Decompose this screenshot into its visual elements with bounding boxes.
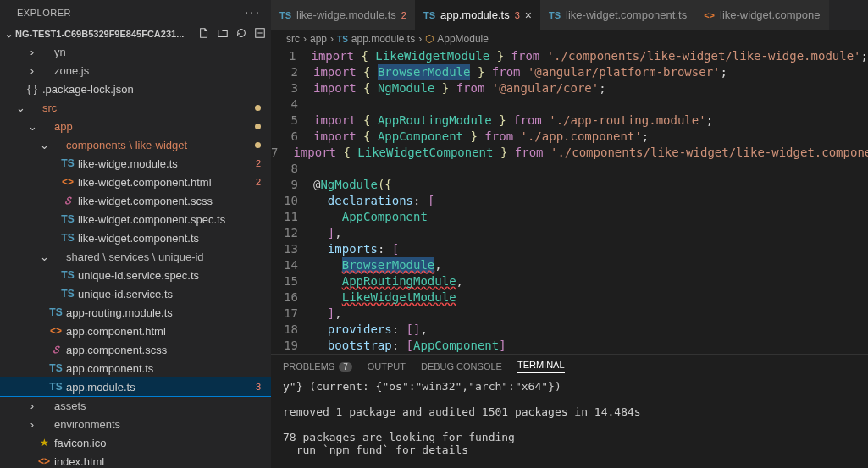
file-icon: 𝓢 xyxy=(49,344,63,355)
tree-row[interactable]: TSapp-routing.module.ts xyxy=(0,303,271,322)
tree-row[interactable]: TSunique-id.service.spec.ts xyxy=(0,266,271,284)
refresh-icon[interactable] xyxy=(235,27,247,41)
crumb-segment[interactable]: AppModule xyxy=(437,33,489,45)
modified-dot xyxy=(255,124,261,129)
problems-badge: 7 xyxy=(339,362,352,372)
tree-row[interactable]: ›environments xyxy=(0,415,271,433)
bottom-panel: PROBLEMS7OUTPUTDEBUG CONSOLETERMINAL y"}… xyxy=(271,354,868,468)
tree-row[interactable]: ★favicon.ico xyxy=(0,433,271,452)
code-line[interactable]: 15 AppRoutingModule, xyxy=(271,273,868,289)
tree-row[interactable]: ⌄shared \ services \ unique-id xyxy=(0,247,271,266)
tree-label: like-widget.component.html xyxy=(78,176,252,189)
line-number: 11 xyxy=(271,209,313,225)
tab-label: like-widget.compone xyxy=(720,8,821,21)
explorer-more-icon[interactable]: ··· xyxy=(245,5,261,20)
breadcrumb[interactable]: src›app›TSapp.module.ts›⬡AppModule xyxy=(271,30,868,48)
code-line[interactable]: 11 AppComponent xyxy=(271,209,868,225)
line-number: 18 xyxy=(271,322,313,338)
line-number: 8 xyxy=(271,161,313,177)
code-editor[interactable]: 1import { LikeWidgetModule } from './com… xyxy=(271,48,868,354)
panel-tab[interactable]: PROBLEMS7 xyxy=(283,360,352,373)
crumb-segment[interactable]: src xyxy=(286,33,300,45)
tree-row[interactable]: TSunique-id.service.ts xyxy=(0,284,271,303)
new-file-icon[interactable] xyxy=(198,27,210,41)
code-line[interactable]: 19 bootstrap: [AppComponent] xyxy=(271,338,868,354)
tree-row[interactable]: TSapp.component.ts xyxy=(0,359,271,377)
file-icon: <> xyxy=(49,325,63,337)
line-number: 12 xyxy=(271,225,313,241)
tree-label: zone.js xyxy=(54,64,264,77)
editor-tab[interactable]: TSapp.module.ts3× xyxy=(415,0,540,30)
panel-tab[interactable]: TERMINAL xyxy=(517,360,565,373)
code-line[interactable]: 18 providers: [], xyxy=(271,322,868,338)
tree-row[interactable]: TSlike-widget.component.ts xyxy=(0,228,271,247)
code-line[interactable]: 6import { AppComponent } from './app.com… xyxy=(271,129,868,145)
tree-label: assets xyxy=(54,399,264,412)
editor-tab[interactable]: TSlike-widge.module.ts2 xyxy=(271,0,415,30)
crumb-segment[interactable]: app xyxy=(310,33,327,45)
chevron-icon: ⌄ xyxy=(27,120,37,133)
tree-row[interactable]: 𝓢like-widget.component.scss xyxy=(0,191,271,210)
code-line[interactable]: 17 ], xyxy=(271,306,868,322)
line-number: 9 xyxy=(271,177,313,193)
code-line[interactable]: 3import { NgModule } from '@angular/core… xyxy=(271,80,868,96)
new-folder-icon[interactable] xyxy=(217,27,229,41)
terminal-output[interactable]: y"} (current: {"os":"win32","arch":"x64"… xyxy=(271,378,868,468)
tree-row[interactable]: TSlike-widget.component.spec.ts xyxy=(0,210,271,228)
tree-label: yn xyxy=(54,46,264,58)
tree-row[interactable]: ⌄src xyxy=(0,98,271,117)
tree-row[interactable]: ›zone.js xyxy=(0,61,271,80)
line-number: 19 xyxy=(271,338,313,354)
editor-tab[interactable]: <>like-widget.compone xyxy=(695,0,828,30)
tree-row[interactable]: ›yn xyxy=(0,42,271,61)
code-line[interactable]: 12 ], xyxy=(271,225,868,241)
collapse-icon[interactable] xyxy=(254,27,266,41)
line-number: 14 xyxy=(271,257,313,273)
tree-row[interactable]: ⌄app xyxy=(0,117,271,135)
code-line[interactable]: 16 LikeWidgetModule xyxy=(271,289,868,306)
code-line[interactable]: 1import { LikeWidgetModule } from './com… xyxy=(271,48,868,64)
code-line[interactable]: 4 xyxy=(271,96,868,113)
file-tree: ›yn›zone.js{ }.package-lock.json⌄src⌄app… xyxy=(0,42,271,468)
code-line[interactable]: 2import { BrowserModule } from '@angular… xyxy=(271,64,868,80)
code-line[interactable]: 7import { LikeWidgetComponent } from './… xyxy=(271,145,868,161)
line-number: 15 xyxy=(271,273,313,289)
tree-row[interactable]: ›assets xyxy=(0,396,271,415)
panel-tab[interactable]: OUTPUT xyxy=(368,360,406,373)
tree-row[interactable]: <>index.html xyxy=(0,452,271,468)
code-line[interactable]: 14 BrowserModule, xyxy=(271,257,868,273)
tree-label: index.html xyxy=(54,455,264,468)
tab-label: like-widget.component.ts xyxy=(566,8,687,21)
tree-label: like-widget.component.ts xyxy=(78,232,264,245)
tree-row[interactable]: <>app.component.html xyxy=(0,322,271,340)
tree-row[interactable]: 𝓢app.component.scss xyxy=(0,340,271,359)
panel-tab[interactable]: DEBUG CONSOLE xyxy=(421,360,502,373)
editor-tab[interactable]: TSlike-widget.component.ts xyxy=(540,0,695,30)
tree-row[interactable]: TSapp.module.ts3 xyxy=(0,377,271,396)
code-line[interactable]: 5import { AppRoutingModule } from './app… xyxy=(271,113,868,129)
close-icon[interactable]: × xyxy=(525,8,532,22)
code-line[interactable]: 8 xyxy=(271,161,868,177)
crumb-segment[interactable]: app.module.ts xyxy=(351,33,415,45)
code-line[interactable]: 13 imports: [ xyxy=(271,241,868,257)
panel-tabs: PROBLEMS7OUTPUTDEBUG CONSOLETERMINAL xyxy=(271,355,868,378)
panel-tab-label: TERMINAL xyxy=(517,360,565,370)
file-icon: TS xyxy=(49,381,63,393)
code-line[interactable]: 9@NgModule({ xyxy=(271,177,868,193)
file-type-icon: TS xyxy=(337,35,348,44)
file-icon: TS xyxy=(49,362,63,374)
file-icon: <> xyxy=(37,455,51,467)
project-header[interactable]: ⌄ NG-TEST1-C69B5329F9E845FCA231... xyxy=(0,25,271,42)
code-line[interactable]: 10 declarations: [ xyxy=(271,193,868,209)
file-type-icon: TS xyxy=(279,10,291,20)
tree-row[interactable]: <>like-widget.component.html2 xyxy=(0,173,271,191)
file-type-icon: TS xyxy=(423,10,435,20)
explorer-title: EXPLORER xyxy=(17,8,71,18)
file-icon: TS xyxy=(61,288,75,300)
tab-badge: 2 xyxy=(401,10,406,20)
chevron-down-icon: ⌄ xyxy=(3,29,14,40)
tree-row[interactable]: { }.package-lock.json xyxy=(0,80,271,98)
tree-label: environments xyxy=(54,418,264,431)
tree-row[interactable]: ⌄components \ like-widget xyxy=(0,135,271,154)
tree-row[interactable]: TSlike-widge.module.ts2 xyxy=(0,154,271,173)
